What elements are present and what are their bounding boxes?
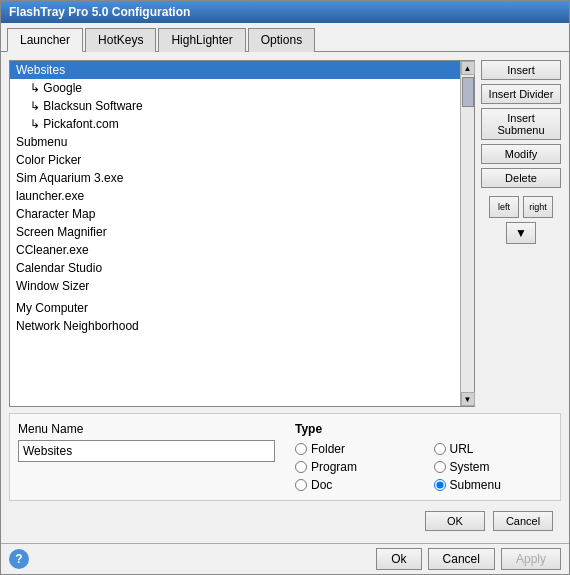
radio-program[interactable] [295,461,307,473]
tab-options[interactable]: Options [248,28,315,52]
radio-url[interactable] [434,443,446,455]
radio-submenu[interactable] [434,479,446,491]
type-label: Type [295,422,552,436]
left-button[interactable]: left [489,196,519,218]
type-section: Type Folder URL Program System [295,422,552,492]
modify-button[interactable]: Modify [481,144,561,164]
window-title: FlashTray Pro 5.0 Configuration [9,5,190,19]
type-submenu[interactable]: Submenu [434,478,553,492]
tab-launcher[interactable]: Launcher [7,28,83,52]
footer: ? Ok Cancel Apply [1,543,569,574]
list-inner: Websites↳ Google↳ Blacksun Software↳ Pic… [10,61,460,406]
delete-button[interactable]: Delete [481,168,561,188]
actions-row: OK Cancel [9,507,561,535]
menu-name-label: Menu Name [18,422,275,436]
insert-submenu-button[interactable]: Insert Submenu [481,108,561,140]
main-window: FlashTray Pro 5.0 Configuration Launcher… [0,0,570,575]
scroll-down-arrow[interactable]: ▼ [461,392,475,406]
type-program[interactable]: Program [295,460,414,474]
scrollbar[interactable]: ▲ ▼ [460,61,474,406]
top-panel: Websites↳ Google↳ Blacksun Software↳ Pic… [9,60,561,407]
scroll-up-arrow[interactable]: ▲ [461,61,475,75]
radio-doc[interactable] [295,479,307,491]
type-url[interactable]: URL [434,442,553,456]
insert-button[interactable]: Insert [481,60,561,80]
type-doc[interactable]: Doc [295,478,414,492]
insert-divider-button[interactable]: Insert Divider [481,84,561,104]
list-item[interactable]: Network Neighborhood [10,317,460,335]
type-system[interactable]: System [434,460,553,474]
list-item[interactable]: Window Sizer [10,277,460,295]
list-item[interactable]: Submenu [10,133,460,151]
list-item[interactable]: ↳ Blacksun Software [10,97,460,115]
help-icon[interactable]: ? [9,549,29,569]
footer-cancel-button[interactable]: Cancel [428,548,495,570]
type-grid: Folder URL Program System Doc [295,442,552,492]
ok-button[interactable]: OK [425,511,485,531]
arrow-section: left right ▼ [481,196,561,244]
tab-hotkeys[interactable]: HotKeys [85,28,156,52]
left-right-row: left right [489,196,553,218]
list-item[interactable]: Sim Aquarium 3.exe [10,169,460,187]
footer-buttons: Ok Cancel Apply [376,548,561,570]
list-item[interactable]: Calendar Studio [10,259,460,277]
footer-apply-button[interactable]: Apply [501,548,561,570]
type-folder[interactable]: Folder [295,442,414,456]
cancel-button[interactable]: Cancel [493,511,553,531]
list-item[interactable]: Character Map [10,205,460,223]
list-item[interactable]: ↳ Google [10,79,460,97]
title-bar: FlashTray Pro 5.0 Configuration [1,1,569,23]
list-scroll-wrap: Websites↳ Google↳ Blacksun Software↳ Pic… [9,60,475,407]
radio-folder[interactable] [295,443,307,455]
menu-name-section: Menu Name [18,422,275,492]
radio-system[interactable] [434,461,446,473]
menu-name-input[interactable] [18,440,275,462]
down-arrow-button[interactable]: ▼ [506,222,536,244]
bottom-panel: Menu Name Type Folder URL Program [9,413,561,501]
list-item[interactable]: My Computer [10,299,460,317]
list-item[interactable]: Screen Magnifier [10,223,460,241]
list-item[interactable]: launcher.exe [10,187,460,205]
list-item[interactable]: CCleaner.exe [10,241,460,259]
tab-bar: Launcher HotKeys HighLighter Options [1,23,569,52]
scroll-thumb[interactable] [462,77,474,107]
list-item[interactable]: ↳ Pickafont.com [10,115,460,133]
buttons-panel: Insert Insert Divider Insert Submenu Mod… [481,60,561,407]
tab-highlighter[interactable]: HighLighter [158,28,245,52]
footer-ok-button[interactable]: Ok [376,548,421,570]
list-item[interactable]: Color Picker [10,151,460,169]
down-arrow-icon: ▼ [515,226,527,240]
main-content: Websites↳ Google↳ Blacksun Software↳ Pic… [1,52,569,543]
right-button[interactable]: right [523,196,553,218]
list-item[interactable]: Websites [10,61,460,79]
